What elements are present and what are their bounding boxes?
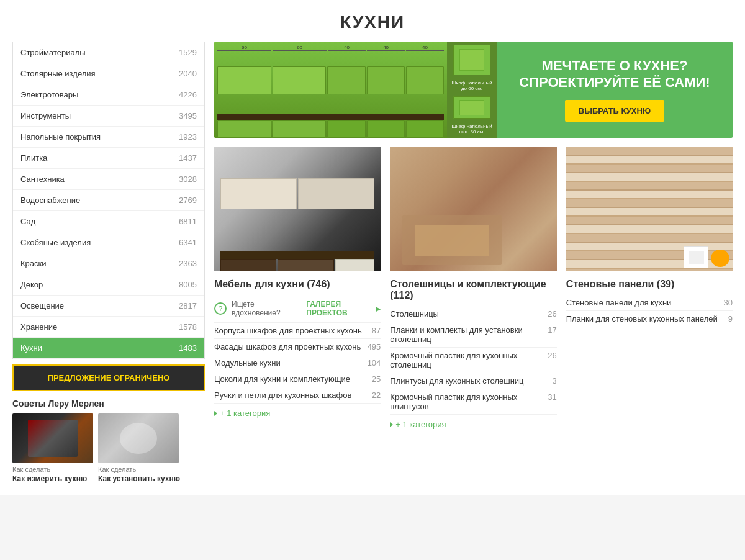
sidebar-count-8: 6811 xyxy=(179,217,197,226)
gallery-link[interactable]: ГАЛЕРЕЯ ПРОЕКТОВ ▶ xyxy=(306,300,381,317)
promo-banner[interactable]: ПРЕДЛОЖЕНИЕ ОГРАНИЧЕНО xyxy=(12,364,205,391)
sidebar-item-11[interactable]: Декор 8005 xyxy=(13,274,204,296)
section-furniture-link[interactable]: Мебель для кухни (746) xyxy=(214,271,381,295)
section-panels: Стеновые панели (39) Стеновые панели для… xyxy=(566,147,733,429)
sidebar-item-7[interactable]: Водоснабжение 2769 xyxy=(13,190,204,211)
sidebar-label-2: Электротовары xyxy=(20,90,78,99)
sidebar-count-5: 1437 xyxy=(179,153,197,163)
sidebar-count-0: 1529 xyxy=(179,48,197,57)
item-label-4: Кромочный пластик для кухонных плинтусов xyxy=(390,392,543,411)
sidebar-item-10[interactable]: Краски 2363 xyxy=(13,253,204,274)
tips-section: Советы Леру Мерлен Как сделать Как измер… xyxy=(12,399,205,483)
sidebar-item-3[interactable]: Инструменты 3495 xyxy=(13,106,204,127)
item-label-2: Модульные кухни xyxy=(214,358,363,368)
hero-image-left: 60 60 40 40 40 xyxy=(214,42,447,138)
sidebar-label-10: Краски xyxy=(20,259,46,268)
item-count-0: 30 xyxy=(724,298,733,307)
tip-kitchen[interactable]: Как сделать Как измерить кухню xyxy=(12,413,93,483)
section-panels-image xyxy=(566,147,733,271)
item-label-1: Фасады шкафов для проектных кухонь xyxy=(214,342,363,351)
item-count-1: 9 xyxy=(728,314,733,323)
sidebar-item-2[interactable]: Электротовары 4226 xyxy=(13,84,204,106)
section-countertops-link[interactable]: Столешницы и комплектующие (112) xyxy=(390,271,556,306)
sidebar-count-2: 4226 xyxy=(179,90,197,99)
sidebar-count-11: 8005 xyxy=(179,280,197,289)
tip-install[interactable]: Как сделать Как установить кухню xyxy=(98,413,180,483)
page-title: КУХНИ xyxy=(0,0,745,42)
measure-2: 60 xyxy=(273,45,327,51)
item-count-4: 31 xyxy=(548,392,556,402)
list-item[interactable]: Стеновые панели для кухни 30 xyxy=(566,295,733,311)
item-count-0: 26 xyxy=(548,309,556,318)
list-item[interactable]: Плинтусы для кухонных столешниц 3 xyxy=(390,373,556,389)
tip-install-link[interactable]: Как установить кухню xyxy=(98,474,180,483)
sidebar-label-13: Хранение xyxy=(20,322,57,332)
hero-banner: 60 60 40 40 40 xyxy=(214,42,733,138)
section-panels-title: Стеновые панели (39) xyxy=(566,271,733,295)
measure-1: 60 xyxy=(217,45,271,51)
tips-images: Как сделать Как измерить кухню Как сдела… xyxy=(12,413,205,483)
inspiration-text: Ищете вдохновение? xyxy=(232,300,296,317)
item-label-0: Стеновые панели для кухни xyxy=(566,298,719,307)
sidebar-count-12: 2817 xyxy=(179,301,197,310)
countertop-more-link[interactable]: + 1 категория xyxy=(390,420,446,429)
sidebar-item-14[interactable]: Кухни 1483 xyxy=(13,338,204,359)
list-item[interactable]: Корпуса шкафов для проектных кухонь 87 xyxy=(214,323,381,339)
sidebar-label-6: Сантехника xyxy=(20,174,65,184)
item-count-3: 25 xyxy=(372,374,381,384)
tip-kitchen-link[interactable]: Как измерить кухню xyxy=(12,474,93,483)
sidebar-item-5[interactable]: Плитка 1437 xyxy=(13,148,204,169)
item-label-1: Планки и комплекты для установки столешн… xyxy=(390,325,543,344)
sidebar-item-6[interactable]: Сантехника 3028 xyxy=(13,169,204,190)
list-item[interactable]: Кромочный пластик для кухонных столешниц… xyxy=(390,348,556,373)
list-item[interactable]: Цоколи для кухни и комплектующие 25 xyxy=(214,371,381,387)
sidebar-label-7: Водоснабжение xyxy=(20,196,80,205)
sidebar-count-14: 1483 xyxy=(179,343,197,353)
hero-cta: МЕЧТАЕТЕ О КУХНЕ? СПРОЕКТИРУЙТЕ ЕЁ САМИ!… xyxy=(497,42,733,138)
measure-3: 40 xyxy=(328,45,366,51)
sidebar-item-8[interactable]: Сад 6811 xyxy=(13,211,204,232)
sidebar-count-3: 3495 xyxy=(179,111,197,120)
item-label-0: Столешницы xyxy=(390,309,543,318)
sidebar-count-6: 3028 xyxy=(179,174,197,184)
sidebar-item-13[interactable]: Хранение 1578 xyxy=(13,317,204,338)
sidebar-count-10: 2363 xyxy=(179,259,197,268)
sidebar-label-12: Освещение xyxy=(20,301,64,310)
list-item[interactable]: Кромочный пластик для кухонных плинтусов… xyxy=(390,389,556,415)
list-item[interactable]: Фасады шкафов для проектных кухонь 495 xyxy=(214,339,381,355)
list-item[interactable]: Планки для стеновых кухонных панелей 9 xyxy=(566,311,733,327)
sidebar-count-4: 1923 xyxy=(179,132,197,142)
sidebar-count-1: 2040 xyxy=(179,69,197,78)
sidebar-label-3: Инструменты xyxy=(20,111,71,120)
sidebar-count-7: 2769 xyxy=(179,196,197,205)
sidebar-item-1[interactable]: Столярные изделия 2040 xyxy=(13,63,204,84)
sidebar-label-4: Напольные покрытия xyxy=(20,132,101,142)
hero-cabinet-preview: Шкаф напольный до 60 см. Шкаф напольный … xyxy=(447,42,497,138)
list-item[interactable]: Ручки и петли для кухонных шкафов 22 xyxy=(214,387,381,404)
item-label-0: Корпуса шкафов для проектных кухонь xyxy=(214,326,367,335)
item-label-3: Плинтусы для кухонных столешниц xyxy=(390,376,547,386)
sidebar-label-8: Сад xyxy=(20,217,35,226)
sidebar-label-0: Стройматериалы xyxy=(20,48,86,57)
sidebar-count-9: 6341 xyxy=(179,238,197,247)
list-item[interactable]: Столешницы 26 xyxy=(390,306,556,322)
furniture-more-link[interactable]: + 1 категория xyxy=(214,409,270,418)
section-panels-link[interactable]: Стеновые панели (39) xyxy=(566,271,733,295)
inspiration-row: ? Ищете вдохновение? ГАЛЕРЕЯ ПРОЕКТОВ ▶ xyxy=(214,295,381,323)
sidebar-nav: Стройматериалы 1529 Столярные изделия 20… xyxy=(12,42,205,359)
cabinet-label-1: Шкаф напольный до 60 см. xyxy=(450,80,494,91)
cabinet-label-2: Шкаф напольный ниц. 60 см. xyxy=(450,124,494,135)
hero-button[interactable]: ВЫБРАТЬ КУХНЮ xyxy=(565,100,664,122)
inspiration-icon: ? xyxy=(214,302,227,315)
sidebar-label-1: Столярные изделия xyxy=(20,69,96,78)
section-countertops: Столешницы и комплектующие (112) Столешн… xyxy=(390,147,556,429)
sidebar-item-12[interactable]: Освещение 2817 xyxy=(13,296,204,317)
sidebar-item-9[interactable]: Скобяные изделия 6341 xyxy=(13,232,204,253)
item-count-2: 26 xyxy=(548,351,556,360)
section-furniture-image xyxy=(214,147,381,271)
list-item[interactable]: Планки и комплекты для установки столешн… xyxy=(390,322,556,348)
sidebar-item-0[interactable]: Стройматериалы 1529 xyxy=(13,42,204,63)
section-countertops-image xyxy=(390,147,556,271)
sidebar-item-4[interactable]: Напольные покрытия 1923 xyxy=(13,127,204,148)
list-item[interactable]: Модульные кухни 104 xyxy=(214,355,381,371)
